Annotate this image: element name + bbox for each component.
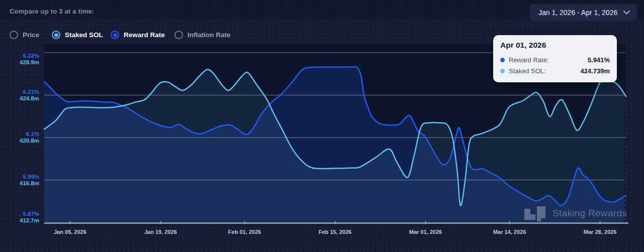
watermark: Staking Rewards [523,205,627,221]
watermark-text: Staking Rewards [553,208,627,219]
x-axis-label: Mar 01, 2026 [398,229,453,235]
y-axis-label-pair: 6.1%420.8m [1,131,39,144]
chart-tooltip: Apr 01, 2026 Reward Rate: 5.941% Staked … [493,35,617,82]
staking-rewards-compare-page: Compare up to 3 at a time: Jan 1, 2026 -… [0,0,644,252]
staked-sol-dot-icon [500,69,505,73]
y-label-percent: 5.99% [1,174,39,180]
reward-rate-dot-icon [500,58,505,62]
tooltip-label: Staked SOL: [509,67,546,75]
x-axis-label: Jan 19, 2026 [133,229,188,235]
y-label-staked: 420.8m [1,138,39,144]
y-label-percent: 6.32% [1,53,39,59]
x-axis-label: Feb 01, 2026 [217,229,272,235]
x-axis-label: Mar 14, 2026 [482,229,537,235]
staking-rewards-logo-icon [523,205,546,221]
y-axis-label-pair: 5.87%412.7m [1,211,39,224]
tooltip-date: Apr 01, 2026 [500,41,610,50]
y-axis-label-pair: 5.99%416.8m [1,174,39,187]
tooltip-value: 5.941% [588,56,610,64]
tooltip-label: Reward Rate: [509,56,548,64]
x-axis-label: Jan 05, 2026 [42,229,98,235]
tooltip-row-staked-sol: Staked SOL: 424.739m [500,65,610,76]
x-axis-label: Feb 15, 2026 [308,229,363,235]
x-axis-label: Mar 28, 2026 [573,229,628,235]
y-label-staked: 412.7m [1,217,39,224]
y-axis-label-pair: 6.32%428.9m [1,53,39,66]
y-label-percent: 6.1% [1,131,39,138]
y-axis-label-pair: 6.21%424.8m [1,89,39,102]
tooltip-value: 424.739m [580,67,610,75]
y-label-percent: 5.87% [1,211,39,217]
tooltip-row-reward-rate: Reward Rate: 5.941% [500,54,610,65]
y-label-percent: 6.21% [1,89,39,95]
y-label-staked: 424.8m [1,95,39,102]
y-label-staked: 428.9m [1,59,39,66]
y-label-staked: 416.8m [1,180,39,187]
